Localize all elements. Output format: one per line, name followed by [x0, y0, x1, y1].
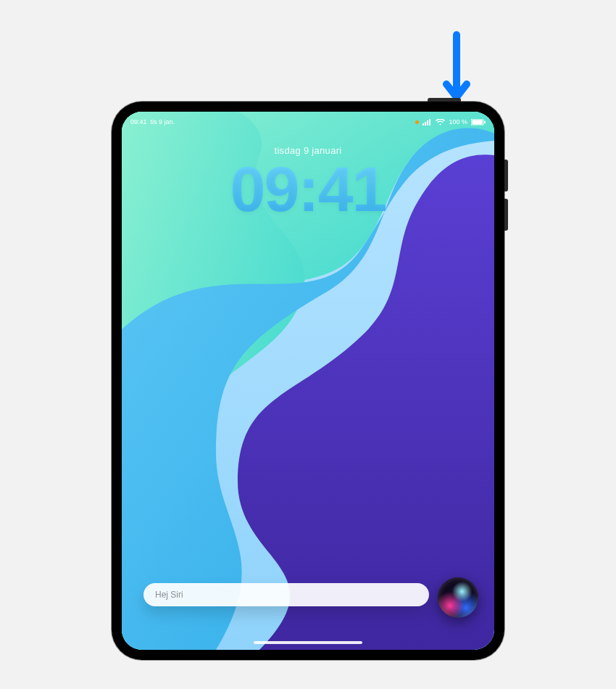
lock-time: 09:41 [122, 157, 494, 221]
siri-input[interactable]: Hej Siri [143, 583, 429, 606]
lock-clock: tisdag 9 januari 09:41 [122, 145, 494, 221]
home-indicator[interactable] [254, 641, 362, 644]
siri-placeholder: Hej Siri [155, 590, 183, 600]
svg-rect-7 [472, 120, 482, 124]
top-power-button[interactable] [428, 98, 461, 102]
ipad-device-frame: 09:41 tis 9 jan. [112, 102, 504, 660]
mic-indicator-dot-icon [415, 120, 419, 124]
status-time: 09:41 [130, 118, 147, 125]
volume-up-button[interactable] [504, 160, 508, 191]
svg-rect-5 [429, 119, 430, 125]
battery-icon [471, 119, 486, 125]
lock-screen: 09:41 tis 9 jan. [122, 112, 494, 650]
cellular-icon [423, 119, 432, 125]
volume-down-button[interactable] [504, 199, 508, 231]
siri-orb-icon[interactable] [438, 577, 478, 618]
status-bar: 09:41 tis 9 jan. [130, 116, 486, 128]
svg-rect-2 [423, 123, 424, 125]
status-battery-text: 100 % [449, 118, 467, 125]
svg-rect-4 [427, 120, 428, 125]
callout-arrow-icon [442, 29, 471, 102]
svg-rect-3 [425, 122, 426, 125]
status-date: tis 9 jan. [151, 118, 175, 125]
wifi-icon [436, 119, 445, 125]
svg-rect-8 [484, 120, 486, 123]
